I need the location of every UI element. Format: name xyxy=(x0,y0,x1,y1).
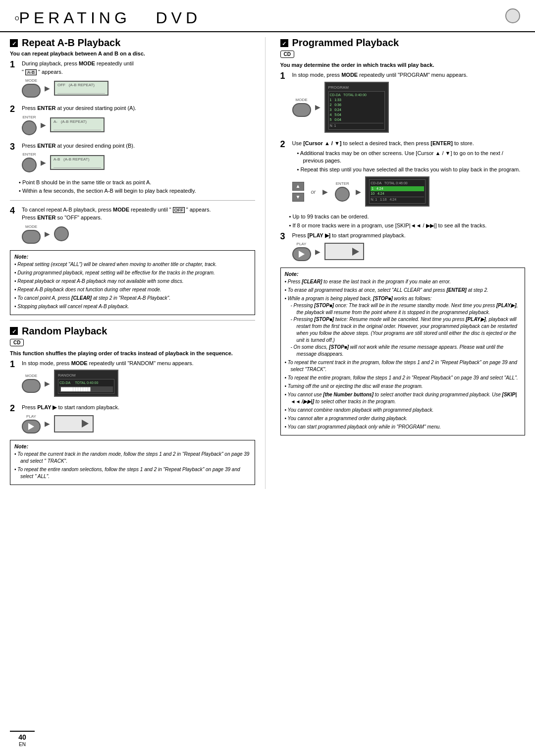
step-ab-1-content: During playback, press MODE repeatedly u… xyxy=(22,59,255,100)
note-list-random: To repeat the current track in the rando… xyxy=(14,451,251,480)
header-title: O PERATING DVD xyxy=(15,9,201,27)
screen-prog-2: CD-DA TOTAL 0:46:00 1 4:24 10 4:24 N: 1 … xyxy=(365,176,429,207)
enter-button-1[interactable] xyxy=(22,120,37,135)
step-ab-2-num: 2 xyxy=(10,104,18,115)
note-prog-2: To erase all programmed tracks at once, … xyxy=(285,287,521,294)
step-ab-4: 4 To cancel repeat A-B playback, press M… xyxy=(10,206,255,246)
note-prog-5: To repeat the entire program, follow the… xyxy=(285,375,521,381)
screen-prog-1: PROGRAM CD-DA TOTAL 0:40:00 1 1:33 2 0:3… xyxy=(324,82,389,133)
note-box-random: Note: To repeat the current track in the… xyxy=(10,440,255,485)
main-columns: ✓ Repeat A-B Playback You can repeat pla… xyxy=(0,37,535,489)
play-screen-r xyxy=(54,415,94,432)
cursor-buttons: ▲ ▼ xyxy=(292,182,304,202)
step-ab-2: 2 Press ENTER at your desired starting p… xyxy=(10,104,255,138)
play-screen-p xyxy=(324,243,364,260)
play-button-group-p: PLAY xyxy=(292,242,311,261)
step-prog-2-text: Use [Cursor ▲ / ▼] to select a desired t… xyxy=(292,139,526,148)
step-ab-3: 3 Press ENTER at your desired ending poi… xyxy=(10,142,255,175)
section-ab-title: Repeat A-B Playback xyxy=(22,37,120,49)
play-button-p[interactable] xyxy=(292,247,311,261)
or-label: or xyxy=(311,189,316,195)
note-prog-1: Press [CLEAR] to erase the last track in… xyxy=(285,278,521,285)
cd-badge-prog: CD xyxy=(280,51,294,58)
step-prog-3-diagram: PLAY ▶ xyxy=(292,242,526,261)
screen-ab-1: OFF (A-B REPEAT) xyxy=(54,81,108,96)
header: O PERATING DVD xyxy=(0,0,535,32)
enter-button-p2[interactable] xyxy=(335,187,350,202)
right-column: ✓ Programmed Playback CD You may determi… xyxy=(275,37,526,489)
step-prog-1-diagram: MODE ▶ PROGRAM CD-DA TOTAL 0:40:00 1 1:3… xyxy=(292,82,526,133)
note-title-prog: Note: xyxy=(285,271,521,277)
step-ab-2-text: Press ENTER at your desired starting poi… xyxy=(22,104,255,112)
section-random-subtitle: This function shuffles the playing order… xyxy=(10,350,255,356)
mode-button-p1[interactable] xyxy=(292,103,311,117)
section-random-heading: ✓ Random Playback xyxy=(10,325,255,337)
step-random-1-num: 1 xyxy=(10,359,18,370)
arrow-p2: ▶ xyxy=(322,188,328,196)
arrow-r1: ▶ xyxy=(45,379,50,387)
prog-bullet-b: If 8 or more tracks were in a program, u… xyxy=(289,222,526,229)
play-icon-p xyxy=(299,251,305,258)
prog-bullet-1: Additional tracks may be on other screen… xyxy=(297,150,526,165)
step-random-2: 2 Press PLAY ▶ to start random playback.… xyxy=(10,403,255,436)
note-ab-6: Stopping playback will cancel repeat A-B… xyxy=(14,303,251,310)
cursor-up-button[interactable]: ▲ xyxy=(292,182,304,191)
arrow-p2b: ▶ xyxy=(356,188,361,196)
mode-button-group-1: MODE xyxy=(22,78,41,98)
step-ab-3-text: Press ENTER at your desired ending point… xyxy=(22,142,255,150)
note-prog-8: You cannot combine random playback with … xyxy=(285,407,521,414)
cursor-down-button[interactable]: ▼ xyxy=(292,193,304,202)
note-prog-6: Turning off the unit or ejecting the dis… xyxy=(285,383,521,390)
step-ab-2-diagram: ENTER ▶ A- (A-B REPEAT) xyxy=(22,115,255,135)
enter-label-2: ENTER xyxy=(22,152,36,157)
arrow-r2: ▶ xyxy=(45,420,50,428)
note-title-ab: Note: xyxy=(14,254,251,260)
mode-button-r1[interactable] xyxy=(22,379,41,393)
mode-button-1[interactable] xyxy=(22,84,41,98)
step-random-1-diagram: MODE ▶ RANDOM CD-DA TOTAL 0:40:00 ██████… xyxy=(22,370,255,397)
checkbox-ab-icon: ✓ xyxy=(10,39,18,47)
mode-label-1: MODE xyxy=(25,78,37,83)
cd-badge-random: CD xyxy=(10,339,24,346)
arrow-p1: ▶ xyxy=(315,103,321,111)
step-prog-1-content: In stop mode, press MODE repeatedly unti… xyxy=(292,71,526,135)
note-box-ab: Note: Repeat setting (except "ALL") will… xyxy=(10,250,255,315)
step-random-1: 1 In stop mode, press MODE repeatedly un… xyxy=(10,359,255,400)
note-box-prog: Note: Press [CLEAR] to erase the last tr… xyxy=(280,268,526,435)
step-ab-1-num: 1 xyxy=(10,59,18,70)
enter-button-group-4 xyxy=(54,226,69,241)
enter-label-1: ENTER xyxy=(22,115,36,119)
mode-button-group-r1: MODE xyxy=(22,374,41,393)
note-list-prog: Press [CLEAR] to erase the last track in… xyxy=(285,278,521,431)
mode-button-4[interactable] xyxy=(22,230,41,244)
play-icon-r xyxy=(28,423,34,430)
enter-button-4[interactable] xyxy=(54,226,69,241)
note-list-ab: Repeat setting (except "ALL") will be cl… xyxy=(14,261,251,310)
note-ab-2: During programmed playback, repeat setti… xyxy=(14,270,251,276)
step-ab-1: 1 During playback, press MODE repeatedly… xyxy=(10,59,255,100)
mode-button-group-4: MODE xyxy=(22,224,41,244)
section-random: ✓ Random Playback CD This function shuff… xyxy=(10,325,255,485)
note-prog-4: To repeat the current track in the progr… xyxy=(285,359,521,373)
mode-button-group-p1: MODE xyxy=(292,98,311,117)
checkbox-prog-icon: ✓ xyxy=(280,39,288,47)
arrow-2: ▶ xyxy=(41,121,46,129)
play-button-r[interactable] xyxy=(22,420,41,433)
enter-button-group-1: ENTER xyxy=(22,115,37,135)
section-programmed-heading: ✓ Programmed Playback xyxy=(280,37,526,49)
page-number: 40 xyxy=(18,733,26,741)
step-prog-1-text: In stop mode, press MODE repeatedly unti… xyxy=(292,71,526,79)
page: O PERATING DVD ✓ Repeat A-B Playback You… xyxy=(0,0,535,756)
section-ab-heading: ✓ Repeat A-B Playback xyxy=(10,37,255,49)
mode-label-4: MODE xyxy=(25,224,37,229)
step-prog-3-content: Press [PLAY ▶] to start programmed playb… xyxy=(292,231,526,264)
section-random-title: Random Playback xyxy=(22,325,107,337)
step-prog-1: 1 In stop mode, press MODE repeatedly un… xyxy=(280,71,526,135)
play-button-group-r: PLAY xyxy=(22,414,41,433)
step-ab-3-content: Press ENTER at your desired ending point… xyxy=(22,142,255,175)
enter-button-2[interactable] xyxy=(22,158,37,172)
section-ab: ✓ Repeat A-B Playback You can repeat pla… xyxy=(10,37,255,315)
step-prog-1-num: 1 xyxy=(280,71,288,82)
note-prog-10: You can start programmed playback only w… xyxy=(285,424,521,431)
screen-ab-2: A- (A-B REPEAT) xyxy=(50,117,105,132)
